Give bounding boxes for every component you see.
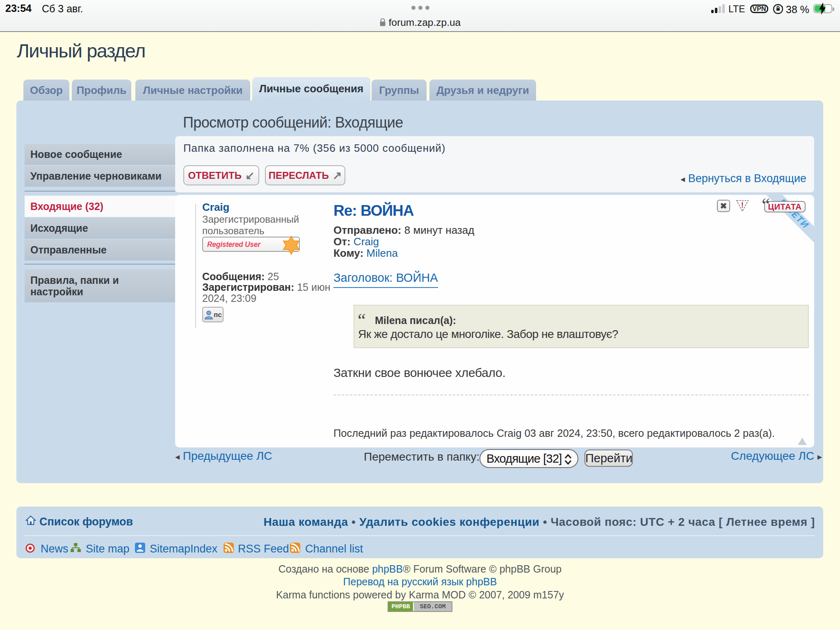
svg-text:!: !	[741, 201, 744, 209]
